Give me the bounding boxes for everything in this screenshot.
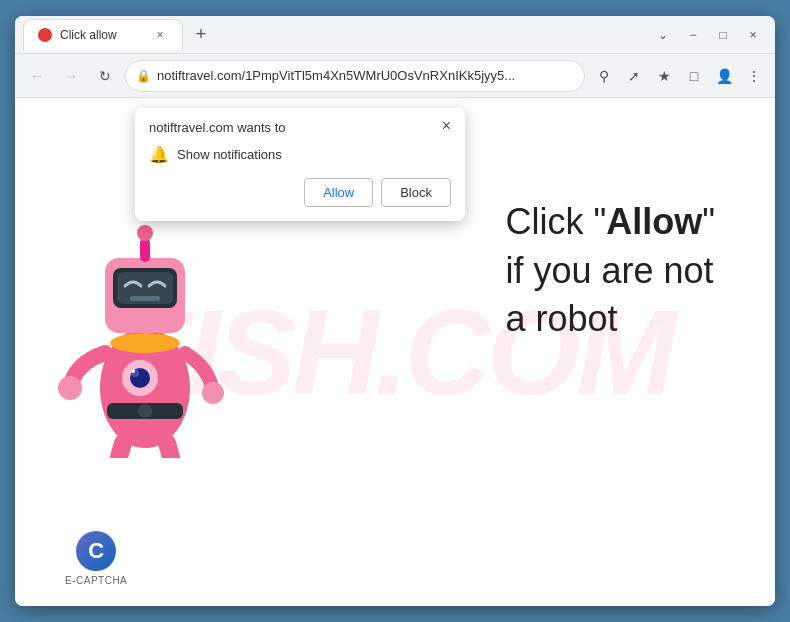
tab-title: Click allow <box>60 28 144 42</box>
ecaptcha-label: E-CAPTCHA <box>65 575 127 586</box>
svg-rect-7 <box>130 296 160 301</box>
reload-button[interactable]: ↻ <box>91 62 119 90</box>
popup-header: notiftravel.com wants to × <box>149 120 451 135</box>
menu-icon-button[interactable]: ⋮ <box>741 63 767 89</box>
allow-button[interactable]: Allow <box>304 178 373 207</box>
tab-close-button[interactable]: × <box>152 27 168 43</box>
page-content: FISH.COM <box>15 98 775 606</box>
main-text-line2: if you are not <box>505 247 715 296</box>
svg-point-8 <box>110 333 180 353</box>
svg-rect-3 <box>140 238 150 262</box>
main-text-line3: a robot <box>505 295 715 344</box>
svg-point-12 <box>202 382 224 404</box>
popup-title: notiftravel.com wants to <box>149 120 286 135</box>
close-button[interactable]: × <box>739 21 767 49</box>
lock-icon: 🔒 <box>136 69 151 83</box>
svg-point-16 <box>131 369 135 373</box>
share-icon-button[interactable]: ➚ <box>621 63 647 89</box>
ecaptcha-widget: C E-CAPTCHA <box>65 531 127 586</box>
browser-window: Click allow × + ⌄ − □ × ← → ↻ 🔒 notiftra… <box>15 16 775 606</box>
quote-end: " <box>702 201 715 242</box>
svg-point-11 <box>58 376 82 400</box>
allow-bold-text: Allow <box>606 201 702 242</box>
address-bar: ← → ↻ 🔒 notiftravel.com/1PmpVitTl5m4Xn5W… <box>15 54 775 98</box>
bookmark-icon-button[interactable]: ★ <box>651 63 677 89</box>
popup-close-button[interactable]: × <box>442 118 451 134</box>
permission-text: Show notifications <box>177 147 282 162</box>
chevron-down-button[interactable]: ⌄ <box>649 21 677 49</box>
popup-permission-row: 🔔 Show notifications <box>149 145 451 164</box>
svg-point-4 <box>137 225 153 241</box>
search-icon-button[interactable]: ⚲ <box>591 63 617 89</box>
main-page-text: Click "Allow" if you are not a robot <box>505 198 715 344</box>
address-bar-input[interactable]: 🔒 notiftravel.com/1PmpVitTl5m4Xn5WMrU0Os… <box>125 60 585 92</box>
back-button[interactable]: ← <box>23 62 51 90</box>
new-tab-button[interactable]: + <box>187 21 215 49</box>
extension-icon-button[interactable]: □ <box>681 63 707 89</box>
svg-point-10 <box>138 404 152 418</box>
bell-icon: 🔔 <box>149 145 169 164</box>
notification-popup: notiftravel.com wants to × 🔔 Show notifi… <box>135 108 465 221</box>
title-bar: Click allow × + ⌄ − □ × <box>15 16 775 54</box>
robot-illustration <box>45 178 265 478</box>
click-text: Click " <box>505 201 606 242</box>
main-text-line1: Click "Allow" <box>505 198 715 247</box>
profile-icon-button[interactable]: 👤 <box>711 63 737 89</box>
minimize-button[interactable]: − <box>679 21 707 49</box>
ecaptcha-logo: C <box>76 531 116 571</box>
maximize-button[interactable]: □ <box>709 21 737 49</box>
tab-favicon <box>38 28 52 42</box>
browser-tab[interactable]: Click allow × <box>23 19 183 51</box>
address-bar-actions: ⚲ ➚ ★ □ 👤 ⋮ <box>591 63 767 89</box>
popup-action-buttons: Allow Block <box>149 178 451 207</box>
block-button[interactable]: Block <box>381 178 451 207</box>
forward-button[interactable]: → <box>57 62 85 90</box>
window-controls: ⌄ − □ × <box>649 21 767 49</box>
url-text: notiftravel.com/1PmpVitTl5m4Xn5WMrU0OsVn… <box>157 68 574 83</box>
tab-bar: Click allow × + <box>23 19 649 51</box>
